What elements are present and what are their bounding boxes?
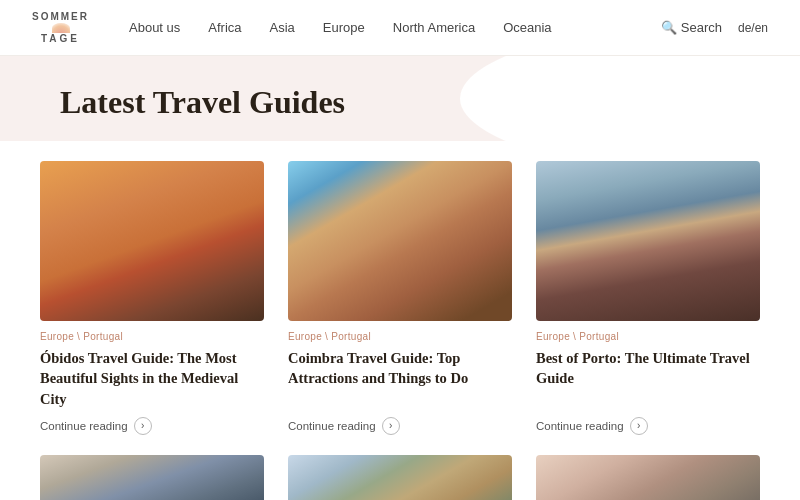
card-breadcrumb-coimbra: Europe \ Portugal <box>288 331 512 342</box>
card-obidos[interactable]: Europe \ Portugal Óbidos Travel Guide: T… <box>40 161 264 435</box>
card-image-obidos <box>40 161 264 321</box>
nav-europe[interactable]: Europe <box>323 20 365 35</box>
logo-sun-icon <box>52 23 70 33</box>
card-readmore-coimbra[interactable]: Continue reading › <box>288 417 512 435</box>
logo-top: SOMMER <box>32 11 89 22</box>
search-label: Search <box>681 20 722 35</box>
card-arrow-coimbra: › <box>382 417 400 435</box>
card-readmore-porto[interactable]: Continue reading › <box>536 417 760 435</box>
nav-asia[interactable]: Asia <box>270 20 295 35</box>
logo[interactable]: SOMMER TAGE <box>32 11 89 44</box>
hero-section: Latest Travel Guides <box>0 56 800 141</box>
card-image-extra[interactable] <box>536 455 760 500</box>
card-image-trulli[interactable] <box>288 455 512 500</box>
logo-bottom: TAGE <box>41 33 80 44</box>
nav-africa[interactable]: Africa <box>208 20 241 35</box>
nav-oceania[interactable]: Oceania <box>503 20 551 35</box>
card-arrow-porto: › <box>630 417 648 435</box>
language-switch[interactable]: de/en <box>738 21 768 35</box>
nav-links: About us Africa Asia Europe North Americ… <box>129 20 661 35</box>
cards-grid: Europe \ Portugal Óbidos Travel Guide: T… <box>40 161 760 435</box>
card-arrow-obidos: › <box>134 417 152 435</box>
card-coimbra[interactable]: Europe \ Portugal Coimbra Travel Guide: … <box>288 161 512 435</box>
page-title: Latest Travel Guides <box>60 84 740 121</box>
card-readmore-label-coimbra: Continue reading <box>288 420 376 432</box>
cards-section: Europe \ Portugal Óbidos Travel Guide: T… <box>0 141 800 435</box>
card-breadcrumb-obidos: Europe \ Portugal <box>40 331 264 342</box>
search-icon: 🔍 <box>661 20 677 35</box>
card-image-porto <box>536 161 760 321</box>
nav-north-america[interactable]: North America <box>393 20 475 35</box>
bottom-cards-row <box>0 435 800 500</box>
nav-about[interactable]: About us <box>129 20 180 35</box>
nav-right: 🔍 Search de/en <box>661 20 768 35</box>
card-title-porto: Best of Porto: The Ultimate Travel Guide <box>536 348 760 389</box>
card-image-harbor[interactable] <box>40 455 264 500</box>
card-image-coimbra <box>288 161 512 321</box>
card-title-obidos: Óbidos Travel Guide: The Most Beautiful … <box>40 348 264 409</box>
card-readmore-label-porto: Continue reading <box>536 420 624 432</box>
card-porto[interactable]: Europe \ Portugal Best of Porto: The Ult… <box>536 161 760 435</box>
card-readmore-obidos[interactable]: Continue reading › <box>40 417 264 435</box>
navbar: SOMMER TAGE About us Africa Asia Europe … <box>0 0 800 56</box>
card-readmore-label-obidos: Continue reading <box>40 420 128 432</box>
card-title-coimbra: Coimbra Travel Guide: Top Attractions an… <box>288 348 512 389</box>
card-breadcrumb-porto: Europe \ Portugal <box>536 331 760 342</box>
search-button[interactable]: 🔍 Search <box>661 20 722 35</box>
